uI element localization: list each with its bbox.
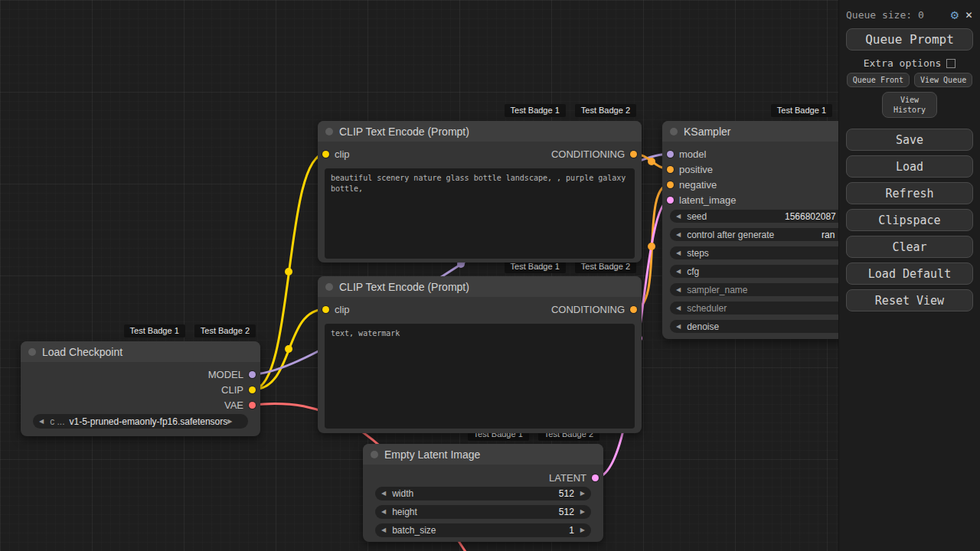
slot-positive-input: positive bbox=[667, 163, 713, 175]
decrement-arrow-icon[interactable]: ◀ bbox=[676, 214, 681, 220]
slot-label: negative bbox=[679, 179, 717, 191]
slot-negative-input: negative bbox=[667, 178, 717, 191]
view-queue-button[interactable]: View Queue bbox=[914, 73, 972, 87]
decrement-arrow-icon[interactable]: ◀ bbox=[676, 324, 681, 330]
badge-row-clip-positive: Test Badge 1 Test Badge 2 bbox=[318, 104, 636, 117]
slot-model-input: model bbox=[667, 148, 706, 160]
widget-label: width bbox=[392, 488, 413, 499]
widget-label: control after generate bbox=[687, 230, 774, 240]
node-badge: Test Badge 2 bbox=[194, 324, 256, 337]
view-history-button[interactable]: View History bbox=[882, 92, 937, 118]
widget-label: sampler_name bbox=[687, 285, 747, 295]
clear-button[interactable]: Clear bbox=[846, 236, 973, 258]
reset-view-button[interactable]: Reset View bbox=[846, 289, 973, 311]
decrement-arrow-icon[interactable]: ◀ bbox=[676, 287, 681, 293]
extra-options-label: Extra options bbox=[864, 57, 942, 69]
slot-clip-input: clip bbox=[322, 303, 350, 315]
combo-left-arrow-icon[interactable]: ◀ bbox=[39, 419, 44, 425]
increment-arrow-icon[interactable]: ▶ bbox=[580, 509, 585, 515]
settings-gear-icon[interactable]: ⚙ bbox=[951, 7, 959, 22]
queue-size-row: Queue size: 0 ⚙ ✕ bbox=[839, 0, 980, 24]
decrement-arrow-icon[interactable]: ◀ bbox=[381, 527, 386, 533]
decrement-arrow-icon[interactable]: ◀ bbox=[676, 269, 681, 275]
node-title: KSampler bbox=[684, 126, 730, 138]
node-title-bar[interactable]: Empty Latent Image bbox=[363, 444, 603, 465]
node-clip-text-encode-positive[interactable]: CLIP Text Encode (Prompt) clip CONDITION… bbox=[318, 121, 642, 262]
combo-right-arrow-icon[interactable]: ▶ bbox=[227, 419, 232, 425]
load-default-button[interactable]: Load Default bbox=[846, 262, 973, 285]
port-conditioning-output[interactable] bbox=[630, 151, 637, 158]
widget-label: cfg bbox=[687, 266, 699, 277]
comfy-menu-panel: Queue size: 0 ⚙ ✕ Queue Prompt Extra opt… bbox=[838, 0, 980, 551]
widget-value: 512 bbox=[559, 488, 574, 499]
node-badge: Test Badge 1 bbox=[124, 324, 185, 337]
port-negative-input[interactable] bbox=[667, 181, 674, 188]
node-clip-text-encode-negative[interactable]: CLIP Text Encode (Prompt) clip CONDITION… bbox=[318, 276, 642, 433]
badge-row-load-checkpoint: Test Badge 1 Test Badge 2 bbox=[21, 324, 256, 337]
port-clip-output[interactable] bbox=[249, 386, 256, 393]
clipspace-button[interactable]: Clipspace bbox=[846, 209, 973, 231]
widget-value: 512 bbox=[559, 507, 574, 517]
node-badge: Test Badge 1 bbox=[505, 104, 566, 117]
port-clip-input[interactable] bbox=[322, 151, 329, 158]
port-latent-output[interactable] bbox=[592, 474, 599, 481]
port-latent-image-input[interactable] bbox=[667, 197, 674, 204]
widget-label: height bbox=[392, 507, 417, 517]
collapse-dot[interactable] bbox=[670, 128, 678, 135]
widget-value: 1 bbox=[569, 525, 574, 536]
collapse-dot[interactable] bbox=[325, 283, 333, 291]
decrement-arrow-icon[interactable]: ◀ bbox=[676, 232, 681, 238]
queue-prompt-button[interactable]: Queue Prompt bbox=[846, 28, 973, 51]
widget-label: batch_size bbox=[392, 525, 436, 536]
slot-label: clip bbox=[335, 304, 350, 315]
port-positive-input[interactable] bbox=[667, 166, 674, 173]
widget-label: scheduler bbox=[687, 303, 727, 314]
decrement-arrow-icon[interactable]: ◀ bbox=[676, 250, 681, 256]
slot-label: CONDITIONING bbox=[551, 148, 625, 160]
node-load-checkpoint[interactable]: Load Checkpoint MODEL CLIP VAE ◀ c ... v… bbox=[21, 341, 260, 436]
decrement-arrow-icon[interactable]: ◀ bbox=[381, 509, 386, 515]
node-title-bar[interactable]: Load Checkpoint bbox=[21, 341, 260, 362]
extra-options-checkbox[interactable] bbox=[946, 59, 956, 68]
positive-prompt-textarea[interactable]: beautiful scenery nature glass bottle la… bbox=[325, 168, 635, 259]
collapse-dot[interactable] bbox=[325, 128, 333, 135]
port-vae-output[interactable] bbox=[249, 402, 256, 409]
widget-label: c ... bbox=[50, 416, 64, 427]
close-icon[interactable]: ✕ bbox=[965, 8, 972, 21]
slot-label: VAE bbox=[224, 399, 243, 411]
increment-arrow-icon[interactable]: ▶ bbox=[580, 491, 585, 497]
node-title-bar[interactable]: CLIP Text Encode (Prompt) bbox=[318, 121, 642, 142]
queue-front-button[interactable]: Queue Front bbox=[847, 73, 910, 87]
node-badge: Test Badge 1 bbox=[771, 104, 832, 117]
slot-label: latent_image bbox=[679, 194, 736, 206]
widget-value: ran bbox=[822, 230, 835, 240]
port-clip-input[interactable] bbox=[322, 306, 329, 313]
node-empty-latent-image[interactable]: Empty Latent Image LATENT ◀ width 512 ▶ … bbox=[363, 444, 603, 542]
widget-value: v1-5-pruned-emaonly-fp16.safetensors bbox=[70, 416, 228, 427]
save-button[interactable]: Save bbox=[846, 129, 973, 151]
slot-model-output: MODEL bbox=[208, 368, 256, 380]
decrement-arrow-icon[interactable]: ◀ bbox=[381, 491, 386, 497]
node-badge: Test Badge 2 bbox=[575, 104, 636, 117]
collapse-dot[interactable] bbox=[371, 451, 378, 458]
width-widget[interactable]: ◀ width 512 ▶ bbox=[375, 487, 591, 500]
widget-label: steps bbox=[687, 248, 709, 259]
port-model-output[interactable] bbox=[249, 371, 256, 378]
slot-label: positive bbox=[679, 164, 713, 175]
queue-buttons-row: Queue Front View Queue bbox=[839, 73, 980, 87]
port-conditioning-output[interactable] bbox=[630, 306, 637, 313]
decrement-arrow-icon[interactable]: ◀ bbox=[676, 305, 681, 311]
slot-label: model bbox=[679, 148, 706, 160]
node-title-bar[interactable]: CLIP Text Encode (Prompt) bbox=[318, 276, 642, 297]
widget-value: 1566802087 bbox=[785, 211, 836, 222]
ckpt-name-widget[interactable]: ◀ c ... v1-5-pruned-emaonly-fp16.safeten… bbox=[33, 414, 248, 429]
batch-size-widget[interactable]: ◀ batch_size 1 ▶ bbox=[375, 523, 591, 537]
refresh-button[interactable]: Refresh bbox=[846, 182, 973, 204]
load-button[interactable]: Load bbox=[846, 155, 973, 178]
port-model-input[interactable] bbox=[667, 151, 674, 158]
slot-label: CLIP bbox=[221, 384, 243, 396]
height-widget[interactable]: ◀ height 512 ▶ bbox=[375, 505, 591, 519]
negative-prompt-textarea[interactable]: text, watermark bbox=[325, 324, 635, 429]
collapse-dot[interactable] bbox=[28, 348, 36, 356]
increment-arrow-icon[interactable]: ▶ bbox=[580, 527, 585, 533]
